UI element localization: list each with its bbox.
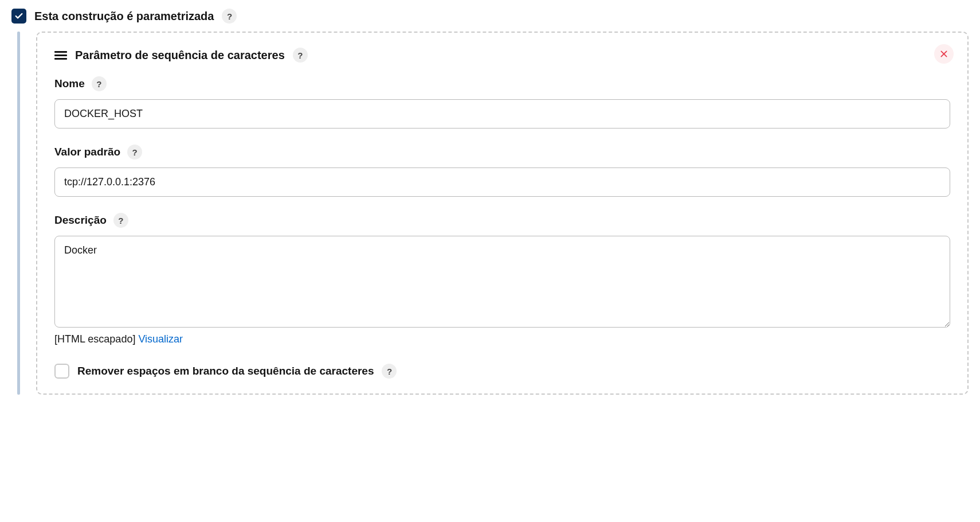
name-label: Nome xyxy=(54,77,85,90)
check-icon xyxy=(14,11,23,21)
close-icon xyxy=(939,49,948,59)
help-icon[interactable]: ? xyxy=(382,364,397,379)
description-field-group: Descrição ? [HTML escapado] Visualizar xyxy=(54,213,950,345)
help-icon[interactable]: ? xyxy=(293,48,308,63)
parameterized-label: Esta construção é parametrizada xyxy=(34,10,214,23)
help-icon[interactable]: ? xyxy=(113,213,128,228)
parameterized-build-header: Esta construção é parametrizada ? xyxy=(11,9,969,24)
name-field-group: Nome ? xyxy=(54,76,950,128)
drag-handle-icon[interactable] xyxy=(54,51,67,60)
trim-whitespace-label: Remover espaços em branco da sequência d… xyxy=(77,365,374,377)
parameterized-checkbox[interactable] xyxy=(11,9,26,24)
card-title: Parâmetro de sequência de caracteres xyxy=(75,49,285,62)
default-value-field-group: Valor padrão ? xyxy=(54,145,950,197)
description-footer: [HTML escapado] Visualizar xyxy=(54,333,950,345)
description-textarea[interactable] xyxy=(54,236,950,328)
remove-parameter-button[interactable] xyxy=(934,44,954,64)
preview-link[interactable]: Visualizar xyxy=(138,333,183,345)
trim-whitespace-checkbox[interactable] xyxy=(54,364,69,379)
default-value-label: Valor padrão xyxy=(54,146,120,158)
help-icon[interactable]: ? xyxy=(222,9,237,24)
string-parameter-card: Parâmetro de sequência de caracteres ? N… xyxy=(36,32,969,395)
description-label: Descrição xyxy=(54,214,107,227)
trim-whitespace-row: Remover espaços em branco da sequência d… xyxy=(54,364,950,379)
indent-bar xyxy=(17,32,20,395)
name-input[interactable] xyxy=(54,99,950,128)
help-icon[interactable]: ? xyxy=(92,76,107,91)
html-escaped-text: [HTML escapado] xyxy=(54,333,138,345)
help-icon[interactable]: ? xyxy=(127,145,142,159)
parameter-section: Parâmetro de sequência de caracteres ? N… xyxy=(17,32,969,395)
card-header: Parâmetro de sequência de caracteres ? xyxy=(54,48,950,63)
default-value-input[interactable] xyxy=(54,167,950,197)
